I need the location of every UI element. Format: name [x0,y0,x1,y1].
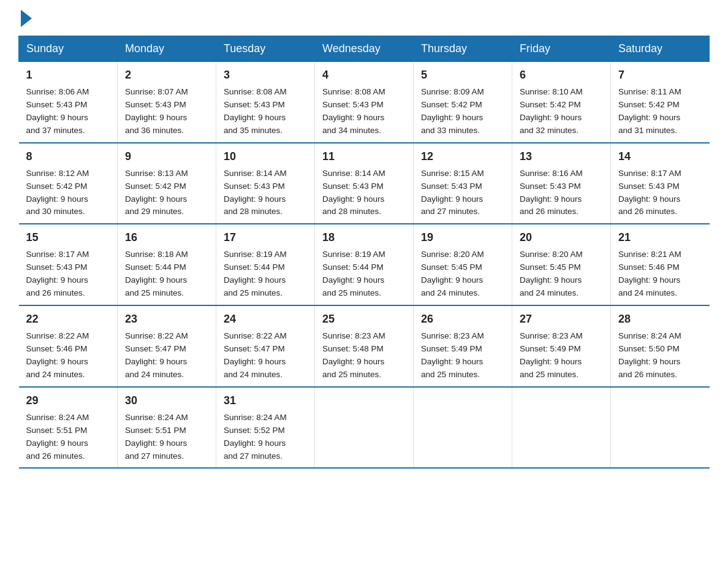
table-row: 23Sunrise: 8:22 AMSunset: 5:47 PMDayligh… [118,305,216,387]
day-info: Sunrise: 8:06 AMSunset: 5:43 PMDaylight:… [26,86,110,137]
day-info: Sunrise: 8:24 AMSunset: 5:52 PMDaylight:… [224,412,307,463]
table-row: 1Sunrise: 8:06 AMSunset: 5:43 PMDaylight… [19,62,118,143]
day-number: 17 [224,229,307,246]
table-row: 16Sunrise: 8:18 AMSunset: 5:44 PMDayligh… [118,224,216,305]
week-row-3: 15Sunrise: 8:17 AMSunset: 5:43 PMDayligh… [19,224,710,305]
table-row: 8Sunrise: 8:12 AMSunset: 5:42 PMDaylight… [19,143,118,224]
table-row: 12Sunrise: 8:15 AMSunset: 5:43 PMDayligh… [414,143,512,224]
day-info: Sunrise: 8:17 AMSunset: 5:43 PMDaylight:… [26,248,110,300]
table-row: 7Sunrise: 8:11 AMSunset: 5:42 PMDaylight… [611,62,710,143]
header-sunday: Sunday [19,36,118,62]
day-info: Sunrise: 8:07 AMSunset: 5:43 PMDaylight:… [125,86,208,137]
calendar-table: SundayMondayTuesdayWednesdayThursdayFrid… [18,36,710,469]
day-info: Sunrise: 8:23 AMSunset: 5:48 PMDaylight:… [322,330,406,381]
table-row [512,387,611,469]
table-row: 3Sunrise: 8:08 AMSunset: 5:43 PMDaylight… [216,62,315,143]
day-info: Sunrise: 8:24 AMSunset: 5:51 PMDaylight:… [125,412,208,463]
header-thursday: Thursday [414,36,512,62]
table-row: 4Sunrise: 8:08 AMSunset: 5:43 PMDaylight… [315,62,414,143]
table-row: 28Sunrise: 8:24 AMSunset: 5:50 PMDayligh… [611,305,710,387]
day-info: Sunrise: 8:15 AMSunset: 5:43 PMDaylight:… [421,167,504,219]
day-info: Sunrise: 8:24 AMSunset: 5:51 PMDaylight:… [26,412,110,463]
day-info: Sunrise: 8:12 AMSunset: 5:42 PMDaylight:… [26,167,110,219]
day-info: Sunrise: 8:08 AMSunset: 5:43 PMDaylight:… [322,86,406,137]
day-info: Sunrise: 8:16 AMSunset: 5:43 PMDaylight:… [520,167,603,219]
table-row: 5Sunrise: 8:09 AMSunset: 5:42 PMDaylight… [414,62,512,143]
week-row-5: 29Sunrise: 8:24 AMSunset: 5:51 PMDayligh… [19,387,710,469]
table-row: 6Sunrise: 8:10 AMSunset: 5:42 PMDaylight… [512,62,611,143]
day-number: 15 [26,229,110,246]
table-row: 29Sunrise: 8:24 AMSunset: 5:51 PMDayligh… [19,387,118,469]
day-info: Sunrise: 8:08 AMSunset: 5:43 PMDaylight:… [224,86,307,137]
day-info: Sunrise: 8:18 AMSunset: 5:44 PMDaylight:… [125,248,208,300]
day-number: 22 [26,311,110,327]
day-info: Sunrise: 8:09 AMSunset: 5:42 PMDaylight:… [421,86,504,137]
header-row: SundayMondayTuesdayWednesdayThursdayFrid… [19,36,710,62]
day-info: Sunrise: 8:14 AMSunset: 5:43 PMDaylight:… [224,167,307,219]
day-number: 8 [26,148,110,165]
day-number: 5 [421,67,504,83]
table-row: 19Sunrise: 8:20 AMSunset: 5:45 PMDayligh… [414,224,512,305]
table-row: 30Sunrise: 8:24 AMSunset: 5:51 PMDayligh… [118,387,216,469]
table-row: 2Sunrise: 8:07 AMSunset: 5:43 PMDaylight… [118,62,216,143]
table-row: 18Sunrise: 8:19 AMSunset: 5:44 PMDayligh… [315,224,414,305]
day-number: 26 [421,311,504,327]
header-tuesday: Tuesday [216,36,315,62]
week-row-2: 8Sunrise: 8:12 AMSunset: 5:42 PMDaylight… [19,143,710,224]
day-info: Sunrise: 8:14 AMSunset: 5:43 PMDaylight:… [322,167,406,219]
header-wednesday: Wednesday [315,36,414,62]
table-row [315,387,414,469]
day-number: 29 [26,393,110,409]
table-row: 20Sunrise: 8:20 AMSunset: 5:45 PMDayligh… [512,224,611,305]
day-info: Sunrise: 8:22 AMSunset: 5:46 PMDaylight:… [26,330,110,381]
day-info: Sunrise: 8:23 AMSunset: 5:49 PMDaylight:… [520,330,603,381]
header-friday: Friday [512,36,611,62]
table-row: 17Sunrise: 8:19 AMSunset: 5:44 PMDayligh… [216,224,315,305]
table-row: 15Sunrise: 8:17 AMSunset: 5:43 PMDayligh… [19,224,118,305]
table-row: 14Sunrise: 8:17 AMSunset: 5:43 PMDayligh… [611,143,710,224]
day-number: 3 [224,67,307,83]
week-row-4: 22Sunrise: 8:22 AMSunset: 5:46 PMDayligh… [19,305,710,387]
table-row: 31Sunrise: 8:24 AMSunset: 5:52 PMDayligh… [216,387,315,469]
day-number: 16 [125,229,208,246]
day-number: 19 [421,229,504,246]
table-row: 26Sunrise: 8:23 AMSunset: 5:49 PMDayligh… [414,305,512,387]
table-row [611,387,710,469]
day-number: 7 [618,67,702,83]
day-number: 6 [520,67,603,83]
day-info: Sunrise: 8:24 AMSunset: 5:50 PMDaylight:… [618,330,702,381]
day-info: Sunrise: 8:17 AMSunset: 5:43 PMDaylight:… [618,167,702,219]
day-number: 21 [618,229,702,246]
day-number: 1 [26,67,110,83]
page-header [18,12,710,25]
day-info: Sunrise: 8:20 AMSunset: 5:45 PMDaylight:… [520,248,603,300]
day-info: Sunrise: 8:13 AMSunset: 5:42 PMDaylight:… [125,167,208,219]
day-number: 30 [125,393,208,409]
week-row-1: 1Sunrise: 8:06 AMSunset: 5:43 PMDaylight… [19,62,710,143]
day-number: 14 [618,148,702,165]
day-number: 23 [125,311,208,327]
day-info: Sunrise: 8:19 AMSunset: 5:44 PMDaylight:… [224,248,307,300]
table-row: 13Sunrise: 8:16 AMSunset: 5:43 PMDayligh… [512,143,611,224]
day-info: Sunrise: 8:21 AMSunset: 5:46 PMDaylight:… [618,248,702,300]
day-info: Sunrise: 8:11 AMSunset: 5:42 PMDaylight:… [618,86,702,137]
day-number: 28 [618,311,702,327]
table-row: 25Sunrise: 8:23 AMSunset: 5:48 PMDayligh… [315,305,414,387]
day-info: Sunrise: 8:19 AMSunset: 5:44 PMDaylight:… [322,248,406,300]
day-info: Sunrise: 8:22 AMSunset: 5:47 PMDaylight:… [224,330,307,381]
day-number: 9 [125,148,208,165]
logo [18,12,32,25]
table-row: 21Sunrise: 8:21 AMSunset: 5:46 PMDayligh… [611,224,710,305]
day-number: 11 [322,148,406,165]
table-row: 27Sunrise: 8:23 AMSunset: 5:49 PMDayligh… [512,305,611,387]
day-number: 12 [421,148,504,165]
day-number: 18 [322,229,406,246]
day-number: 31 [224,393,307,409]
day-number: 20 [520,229,603,246]
day-number: 2 [125,67,208,83]
day-number: 4 [322,67,406,83]
table-row: 24Sunrise: 8:22 AMSunset: 5:47 PMDayligh… [216,305,315,387]
day-number: 10 [224,148,307,165]
day-number: 13 [520,148,603,165]
logo-arrow-icon [21,10,32,27]
